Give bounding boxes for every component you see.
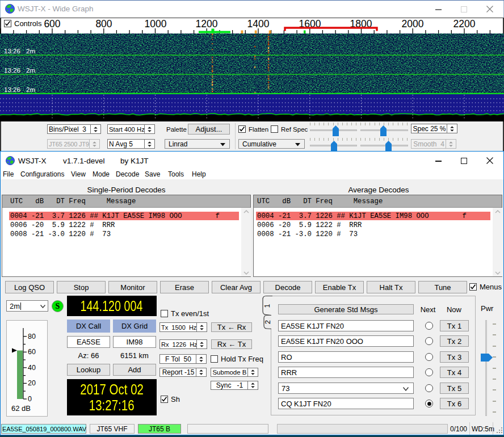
- svg-text:40: 40: [28, 364, 36, 372]
- svg-text:2200: 2200: [453, 18, 476, 30]
- svg-text:20: 20: [28, 379, 36, 387]
- svg-text:1: 1: [263, 304, 271, 308]
- svg-text:1400: 1400: [247, 18, 270, 30]
- svg-text:13:26: 13:26: [4, 48, 20, 54]
- svg-text:2m: 2m: [26, 48, 35, 54]
- svg-text:2000: 2000: [402, 18, 424, 30]
- svg-text:13:26: 13:26: [4, 67, 20, 74]
- svg-text:60: 60: [28, 348, 36, 356]
- svg-text:2m: 2m: [26, 86, 35, 93]
- svg-text:1200: 1200: [196, 18, 218, 30]
- svg-text:800: 800: [95, 18, 112, 30]
- svg-text:13:26: 13:26: [4, 86, 20, 93]
- svg-text:2m: 2m: [26, 67, 35, 74]
- svg-text:600: 600: [44, 18, 60, 30]
- svg-text:0: 0: [28, 395, 32, 403]
- svg-text:1000: 1000: [145, 18, 167, 30]
- svg-text:80: 80: [28, 333, 36, 341]
- svg-text:2: 2: [264, 320, 272, 324]
